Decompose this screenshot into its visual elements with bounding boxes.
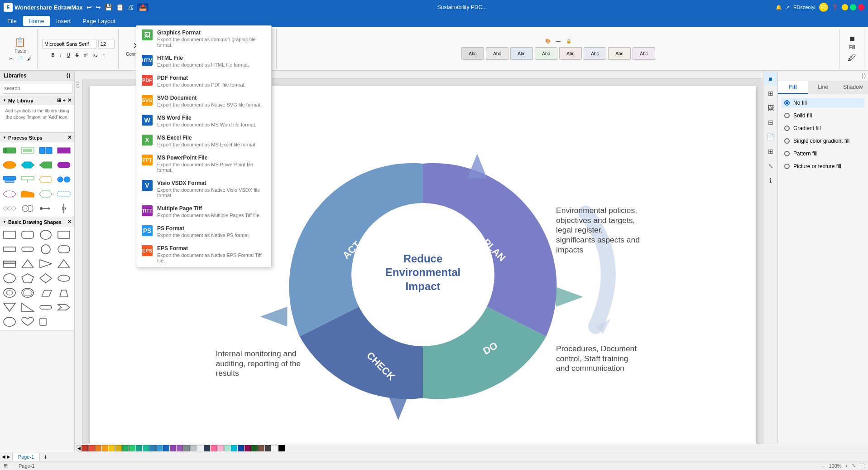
menu-insert[interactable]: Insert <box>51 16 77 26</box>
zoom-out-btn[interactable]: − <box>822 463 825 469</box>
quick-access-print[interactable]: 🖨 <box>127 4 134 11</box>
swatch-blue2[interactable] <box>156 445 163 451</box>
fill-option-solid[interactable]: Solid fill <box>782 111 864 121</box>
close-btn[interactable] <box>858 4 864 10</box>
swatch-light-gray[interactable] <box>272 445 278 451</box>
maximize-btn[interactable] <box>850 4 856 10</box>
swatch-red2[interactable] <box>88 445 95 451</box>
shape-rect-outline[interactable] <box>56 228 72 241</box>
fullscreen-btn[interactable]: ⛶ <box>859 463 864 469</box>
menu-file[interactable]: File <box>2 16 22 26</box>
rt-page-btn[interactable]: 📄 <box>764 131 777 143</box>
shape-circle2[interactable] <box>38 243 53 256</box>
font-size-input[interactable] <box>98 39 115 49</box>
swatch-brown[interactable] <box>258 445 264 451</box>
fit-page-btn[interactable]: ⤡ <box>852 463 856 469</box>
shape-thumb-ps18[interactable] <box>20 202 35 215</box>
import-icon[interactable]: ⊞ <box>57 97 61 103</box>
swatch-dark-gray[interactable] <box>265 445 271 451</box>
swatch-navy[interactable] <box>238 445 244 451</box>
collapse-right-panel-btn[interactable]: ⟩⟩ <box>862 73 866 79</box>
style-preset-7[interactable]: Abc <box>608 47 631 60</box>
shape-thumb-ps11[interactable] <box>38 173 53 186</box>
shape-thumb-ps14[interactable] <box>20 188 35 200</box>
swatch-teal1[interactable] <box>136 445 142 451</box>
format-btn[interactable]: 🖊 <box>844 52 860 65</box>
swatch-white[interactable] <box>197 445 203 451</box>
shape-circle4[interactable] <box>2 315 17 328</box>
menu-entry-eps[interactable]: EPS EPS Format Export the document as Na… <box>136 242 271 267</box>
quick-access-redo[interactable]: ↪ <box>96 4 101 11</box>
menu-entry-excel[interactable]: X MS Excel File Export the document as M… <box>136 131 271 151</box>
help-icon[interactable]: ❓ <box>832 5 838 10</box>
paste-btn[interactable]: 📋 Paste <box>12 36 29 54</box>
shape-thumb-ps5[interactable] <box>2 159 17 171</box>
basic-drawing-shapes-header[interactable]: ▼ Basic Drawing Shapes ✕ <box>0 217 74 227</box>
fill-option-no-fill[interactable]: No fill <box>782 98 864 108</box>
swatch-lime[interactable] <box>224 445 230 451</box>
shape-thumb-ps9[interactable] <box>2 173 17 186</box>
menu-entry-word[interactable]: W MS Word File Export the document as MS… <box>136 111 271 131</box>
subscript-btn[interactable]: x₂ <box>91 52 99 58</box>
shape-circle[interactable] <box>38 228 53 241</box>
shape-thumb-ps8[interactable] <box>56 159 72 171</box>
shape-thumb-ps10[interactable] <box>20 173 35 186</box>
strikethrough-btn[interactable]: S <box>74 52 81 58</box>
format-painter-btn[interactable]: 🖌 <box>25 55 34 62</box>
close-process-icon[interactable]: ✕ <box>67 135 72 141</box>
swatch-gray2[interactable] <box>190 445 197 451</box>
fill-panel-btn[interactable]: ■ Fill <box>844 33 860 51</box>
menu-entry-visio[interactable]: V Visio VSDX Format Export the document … <box>136 176 271 202</box>
swatch-purple2[interactable] <box>177 445 183 451</box>
nav-arrows[interactable]: ◀ ▶ <box>2 454 10 459</box>
swatch-orange2[interactable] <box>102 445 108 451</box>
swatch-maroon[interactable] <box>245 445 251 451</box>
shape-thumb-ps7[interactable] <box>38 159 53 171</box>
shape-thumb-ps1[interactable] <box>2 144 17 157</box>
swatch-dark[interactable] <box>278 445 285 451</box>
shape-thumb-ps3[interactable] <box>38 144 53 157</box>
my-library-header[interactable]: ▼ My Library ⊞ + ✕ <box>0 96 74 105</box>
shape-rounded-rect2[interactable] <box>56 243 72 256</box>
menu-entry-ps[interactable]: PS PS Format Export the document as Nati… <box>136 222 271 242</box>
fill-option-gradient[interactable]: Gradient fill <box>782 123 864 133</box>
swatch-teal2[interactable] <box>143 445 149 451</box>
swatch-yellow2[interactable] <box>115 445 122 451</box>
copy-btn[interactable]: 📄 <box>15 55 24 62</box>
menu-entry-ppt[interactable]: PPT MS PowerPoint File Export the docume… <box>136 151 271 176</box>
shape-triangle[interactable] <box>20 257 35 270</box>
menu-entry-tiff[interactable]: TIFF Multiple Page Tiff Export the docum… <box>136 202 271 222</box>
menu-entry-svg[interactable]: SVG SVG Document Export the document as … <box>136 91 271 111</box>
quick-access-copy[interactable]: 📋 <box>116 4 124 11</box>
shape-parallelogram[interactable] <box>38 286 53 299</box>
quick-access-export[interactable]: 📤 <box>137 3 149 11</box>
tab-line[interactable]: Line <box>808 81 838 94</box>
tab-fill[interactable]: Fill <box>778 81 808 94</box>
shape-thumb-ps4[interactable] <box>56 144 72 157</box>
bold-btn[interactable]: B <box>49 52 56 58</box>
rt-grid-btn[interactable]: ⊞ <box>764 87 777 100</box>
shape-triangle4[interactable] <box>2 301 17 314</box>
collapse-libraries-btn[interactable]: ⟨⟨ <box>66 73 71 79</box>
swatch-yellow1[interactable] <box>109 445 115 451</box>
shape-trapezoid[interactable] <box>56 286 72 299</box>
shape-thumb-ps19[interactable] <box>38 202 53 215</box>
lock-btn[interactable]: 🔒 <box>564 38 573 44</box>
swatch-cyan[interactable] <box>231 445 237 451</box>
quick-access-undo[interactable]: ↩ <box>86 4 92 11</box>
add-icon[interactable]: + <box>63 97 66 103</box>
swatch-black[interactable] <box>204 445 210 451</box>
swatch-blue1[interactable] <box>149 445 156 451</box>
menu-entry-html[interactable]: HTM HTML File Export the document as HTM… <box>136 51 271 71</box>
menu-entry-graphics[interactable]: 🖼 Graphics Format Export the document as… <box>136 26 271 51</box>
menu-page-layout[interactable]: Page Layout <box>77 16 121 26</box>
fill-color-btn[interactable]: 🎨 <box>543 38 552 44</box>
swatch-gray1[interactable] <box>183 445 190 451</box>
style-preset-2[interactable]: Abc <box>486 47 508 60</box>
shape-diamond[interactable] <box>38 272 53 285</box>
shape-thumb-ps2[interactable] <box>20 144 35 157</box>
rt-table-btn[interactable]: ⊞ <box>764 145 777 158</box>
swatch-pink2[interactable] <box>217 445 224 451</box>
swatch-orange1[interactable] <box>95 445 101 451</box>
shape-rounded-rect[interactable] <box>20 228 35 241</box>
